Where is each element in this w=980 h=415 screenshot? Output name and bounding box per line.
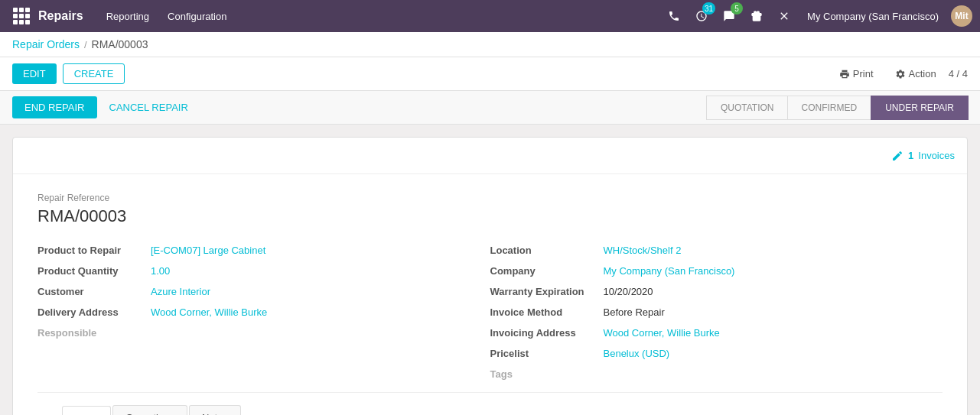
breadcrumb: Repair Orders / RMA/00003 (0, 32, 980, 57)
stage-confirmed[interactable]: CONFIRMED (787, 96, 872, 120)
fields-right: Location WH/Stock/Shelf 2 Company My Com… (490, 245, 943, 380)
field-delivery: Delivery Address Wood Corner, Willie Bur… (37, 306, 490, 318)
invoices-count: 1 (908, 150, 913, 161)
top-navbar: Repairs Reporting Configuration 31 5 My … (0, 0, 980, 32)
action-bar: EDIT CREATE Print Action 4 / 4 (0, 57, 980, 91)
tab-parts[interactable]: Parts (62, 406, 111, 415)
breadcrumb-parent[interactable]: Repair Orders (12, 38, 80, 50)
location-label: Location (490, 245, 597, 256)
breadcrumb-separator: / (84, 39, 87, 50)
tab-operations[interactable]: Operations (112, 405, 187, 415)
warranty-value: 10/20/2020 (604, 286, 653, 297)
action-button[interactable]: Action (889, 64, 943, 83)
company-label: Company (490, 265, 597, 277)
status-stages: QUOTATION CONFIRMED UNDER REPAIR (706, 96, 968, 120)
location-value[interactable]: WH/Stock/Shelf 2 (604, 245, 682, 256)
print-button[interactable]: Print (833, 64, 880, 83)
pricelist-value[interactable]: Benelux (USD) (604, 348, 670, 359)
field-pricelist: Pricelist Benelux (USD) (490, 348, 943, 359)
invoicing-address-label: Invoicing Address (490, 327, 597, 339)
warranty-label: Warranty Expiration (490, 286, 597, 297)
create-button[interactable]: CREATE (63, 63, 125, 84)
avatar[interactable]: Mit (951, 5, 972, 27)
print-label: Print (853, 68, 874, 79)
action-label: Action (909, 68, 936, 79)
chat-icon[interactable]: 5 (718, 5, 740, 27)
invoicing-address-value[interactable]: Wood Corner, Willie Burke (604, 327, 720, 339)
edit-button[interactable]: EDIT (12, 63, 57, 84)
main-content: 1 Invoices Repair Reference RMA/00003 Pr… (0, 125, 980, 415)
product-label: Product to Repair (37, 245, 145, 256)
customer-label: Customer (37, 286, 145, 297)
field-tags: Tags (490, 368, 943, 380)
company-name: My Company (San Francisco) (807, 11, 939, 22)
nav-links: Reporting Configuration (99, 6, 235, 27)
close-icon[interactable] (773, 5, 795, 27)
app-title: Repairs (38, 9, 83, 23)
field-invoice-method: Invoice Method Before Repair (490, 306, 943, 318)
tabs-bar: Parts Operations Notes (37, 392, 943, 415)
nav-reporting[interactable]: Reporting (99, 6, 157, 27)
delivery-value[interactable]: Wood Corner, Willie Burke (151, 306, 267, 318)
status-bar: END REPAIR CANCEL REPAIR QUOTATION CONFI… (0, 91, 980, 125)
clock-icon[interactable]: 31 (691, 5, 712, 27)
quantity-label: Product Quantity (37, 265, 145, 277)
clock-badge: 31 (702, 2, 715, 15)
nav-configuration[interactable]: Configuration (160, 6, 234, 27)
form-fields: Product to Repair [E-COM07] Large Cabine… (37, 245, 943, 380)
chat-badge: 5 (731, 2, 743, 15)
field-product: Product to Repair [E-COM07] Large Cabine… (37, 245, 490, 256)
nav-icons: 31 5 My Company (San Francisco) Mit (663, 5, 972, 27)
invoices-label: Invoices (918, 150, 955, 161)
end-repair-button[interactable]: END REPAIR (12, 96, 97, 118)
stage-quotation[interactable]: QUOTATION (706, 96, 788, 120)
field-invoicing-address: Invoicing Address Wood Corner, Willie Bu… (490, 327, 943, 339)
form-card: 1 Invoices Repair Reference RMA/00003 Pr… (12, 137, 968, 415)
product-value[interactable]: [E-COM07] Large Cabinet (151, 245, 265, 256)
repair-ref-value: RMA/00003 (37, 206, 943, 226)
field-location: Location WH/Stock/Shelf 2 (490, 245, 943, 256)
stage-under-repair[interactable]: UNDER REPAIR (871, 96, 969, 120)
field-responsible: Responsible (37, 327, 490, 339)
repair-ref-label: Repair Reference (37, 193, 943, 203)
tags-label: Tags (490, 368, 597, 380)
breadcrumb-current: RMA/00003 (92, 38, 148, 50)
field-company: Company My Company (San Francisco) (490, 265, 943, 277)
field-customer: Customer Azure Interior (37, 286, 490, 297)
app-grid-icon[interactable] (8, 2, 35, 30)
phone-icon[interactable] (663, 5, 685, 27)
company-value[interactable]: My Company (San Francisco) (604, 265, 735, 277)
invoice-method-value: Before Repair (604, 306, 665, 318)
tab-notes[interactable]: Notes (189, 405, 241, 415)
field-warranty: Warranty Expiration 10/20/2020 (490, 286, 943, 297)
field-quantity: Product Quantity 1.00 (37, 265, 490, 277)
customer-value[interactable]: Azure Interior (151, 286, 210, 297)
quantity-value[interactable]: 1.00 (151, 265, 170, 277)
form-card-header: 1 Invoices (13, 138, 967, 174)
pricelist-label: Pricelist (490, 348, 597, 359)
form-body: Repair Reference RMA/00003 Product to Re… (13, 174, 967, 415)
gift-icon[interactable] (746, 5, 767, 27)
page-indicator: 4 / 4 (949, 68, 968, 79)
cancel-repair-button[interactable]: CANCEL REPAIR (103, 96, 194, 118)
responsible-label: Responsible (37, 327, 145, 339)
fields-left: Product to Repair [E-COM07] Large Cabine… (37, 245, 490, 380)
invoice-method-label: Invoice Method (490, 306, 597, 318)
invoices-button[interactable]: 1 Invoices (891, 150, 955, 162)
delivery-label: Delivery Address (37, 306, 145, 318)
